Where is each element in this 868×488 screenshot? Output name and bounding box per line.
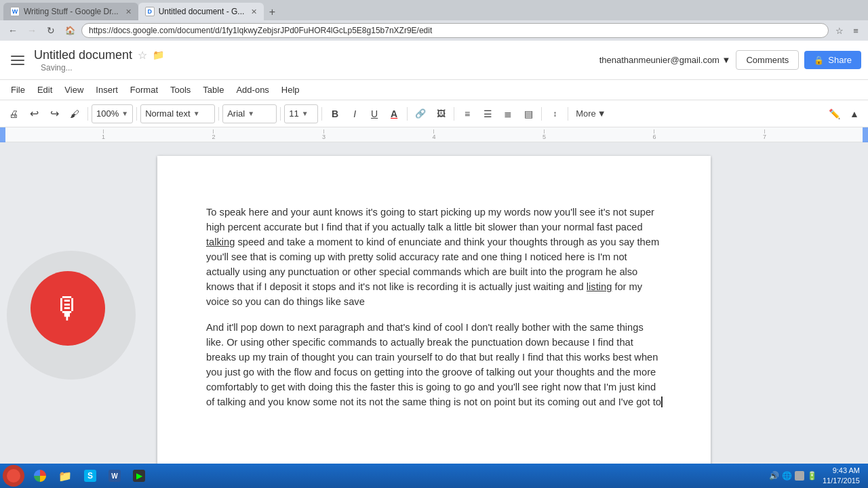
ruler-mark-2: 2 (212, 129, 215, 140)
time-display: 9:43 AM (823, 466, 860, 476)
font-dropdown[interactable]: Arial ▼ (222, 104, 277, 123)
star-icon[interactable]: ☆ (138, 49, 147, 62)
hamburger-menu[interactable] (7, 49, 28, 71)
folder-taskbar-icon: 📁 (58, 470, 72, 483)
separator-3 (218, 107, 219, 121)
underlined-word-listing: listing (587, 281, 612, 292)
more-button[interactable]: More ▼ (572, 104, 610, 123)
separator-5 (321, 107, 322, 121)
ruler-mark-1: 1 (102, 129, 105, 140)
separator-6 (407, 107, 408, 121)
comments-button[interactable]: Comments (736, 50, 799, 70)
menu-bar: File Edit View Insert Format Tools Table… (0, 80, 868, 100)
font-size-dropdown[interactable]: 11 ▼ (284, 104, 318, 123)
taskbar-files[interactable]: 📁 (53, 466, 77, 485)
underline-button[interactable]: U (365, 104, 384, 123)
tab-1-favicon: W (10, 7, 20, 16)
paint-format-button[interactable]: 🖌 (65, 104, 84, 123)
document-text[interactable]: To speak here and your aunt knows it's g… (206, 205, 662, 409)
zoom-arrow: ▼ (121, 110, 128, 117)
link-button[interactable]: 🔗 (411, 104, 430, 123)
forward-button[interactable]: → (24, 23, 39, 38)
undo-button[interactable]: ↩ (24, 104, 43, 123)
menu-tools[interactable]: Tools (165, 82, 196, 98)
taskbar-skype[interactable]: S (79, 466, 102, 485)
settings-icon[interactable]: ≡ (849, 24, 863, 37)
menu-format[interactable]: Format (125, 82, 163, 98)
address-bar[interactable]: https://docs.google.com/document/d/1fy1l… (81, 23, 829, 38)
separator-2 (136, 107, 137, 121)
redo-button[interactable]: ↪ (45, 104, 64, 123)
taskbar-winamp[interactable]: ▶ (127, 466, 151, 485)
start-button-circle (7, 469, 20, 483)
taskbar: 📁 S W ▶ 🔊 🌐 🔋 9:43 AM 11/17/2015 (0, 464, 868, 488)
align-justify-button[interactable]: ▤ (519, 104, 538, 123)
line-spacing-button[interactable]: ↕ (545, 104, 564, 123)
refresh-button[interactable]: ↻ (43, 23, 58, 38)
separator-7 (454, 107, 454, 121)
new-tab-button[interactable]: + (264, 4, 280, 20)
separator-1 (87, 107, 88, 121)
ruler-right-handle[interactable] (863, 127, 868, 142)
font-value: Arial (227, 108, 245, 119)
taskbar-chrome[interactable] (28, 466, 52, 485)
menu-insert[interactable]: Insert (90, 82, 123, 98)
edit-mode-button[interactable]: ✏️ (825, 104, 844, 123)
start-button[interactable] (3, 465, 24, 487)
paragraph-style-arrow: ▼ (193, 110, 200, 117)
tab-2-close[interactable]: ✕ (251, 7, 257, 16)
text-color-button[interactable]: A (384, 104, 403, 123)
format-buttons: B I U A (326, 104, 403, 123)
document-area[interactable]: 🎙 To speak here and your aunt knows it's… (0, 142, 868, 464)
document-title[interactable]: Untitled document (34, 48, 132, 62)
zoom-dropdown[interactable]: 100% ▼ (92, 104, 133, 123)
more-arrow: ▼ (597, 108, 606, 119)
tray-icon-1: 🔊 (769, 471, 779, 481)
paragraph-2: And it'll pop down to next paragraph and… (206, 320, 662, 409)
align-right-button[interactable]: ≣ (498, 104, 517, 123)
menu-file[interactable]: File (5, 82, 31, 98)
docs-header: Untitled document ☆ 📁 Saving... thenatha… (0, 41, 868, 80)
align-left-button[interactable]: ≡ (458, 104, 477, 123)
share-button[interactable]: 🔒 Share (804, 51, 861, 69)
home-button[interactable]: 🏠 (62, 23, 77, 38)
taskbar-clock: 9:43 AM 11/17/2015 (823, 466, 860, 487)
bold-button[interactable]: B (326, 104, 344, 123)
ruler-mark-3: 3 (322, 129, 326, 140)
menu-table[interactable]: Table (197, 82, 229, 98)
taskbar-word[interactable]: W (103, 466, 126, 485)
word-icon: W (108, 470, 121, 482)
toolbar: 🖨 ↩ ↪ 🖌 100% ▼ Normal text ▼ Arial ▼ 11 … (0, 100, 868, 127)
folder-icon[interactable]: 📁 (153, 49, 164, 60)
paragraph-style-value: Normal text (145, 108, 190, 119)
tab-1-close[interactable]: ✕ (125, 7, 132, 16)
back-button[interactable]: ← (5, 23, 20, 38)
underlined-word-talking: talking (206, 237, 235, 247)
align-center-button[interactable]: ☰ (478, 104, 497, 123)
separator-9 (568, 107, 568, 121)
text-cursor (661, 396, 663, 407)
microphone-button[interactable]: 🎙 (31, 271, 105, 346)
font-size-arrow: ▼ (302, 110, 309, 117)
menu-edit[interactable]: Edit (32, 82, 58, 98)
print-button[interactable]: 🖨 (4, 104, 23, 123)
ruler-mark-6: 6 (652, 129, 656, 140)
browser-tab-1[interactable]: W Writing Stuff - Google Dr... ✕ (3, 3, 138, 20)
microphone-overlay: 🎙 (0, 244, 149, 464)
ruler-left-handle[interactable] (0, 127, 5, 142)
image-button[interactable]: 🖼 (431, 104, 450, 123)
collapse-toolbar-button[interactable]: ▲ (845, 104, 864, 123)
document-page[interactable]: To speak here and your aunt knows it's g… (157, 156, 711, 464)
ruler-mark-7: 7 (763, 129, 766, 140)
paragraph-1: To speak here and your aunt knows it's g… (206, 205, 662, 309)
italic-button[interactable]: I (345, 104, 364, 123)
paragraph-style-dropdown[interactable]: Normal text ▼ (140, 104, 215, 123)
browser-tab-2[interactable]: D Untitled document - G... ✕ (138, 3, 264, 20)
menu-addons[interactable]: Add-ons (231, 82, 274, 98)
menu-help[interactable]: Help (276, 82, 305, 98)
menu-view[interactable]: View (59, 82, 89, 98)
tab-2-favicon: D (145, 7, 155, 16)
winamp-icon: ▶ (133, 470, 145, 482)
tab-2-label: Untitled document - G... (159, 7, 245, 16)
bookmark-icon[interactable]: ☆ (833, 24, 846, 37)
